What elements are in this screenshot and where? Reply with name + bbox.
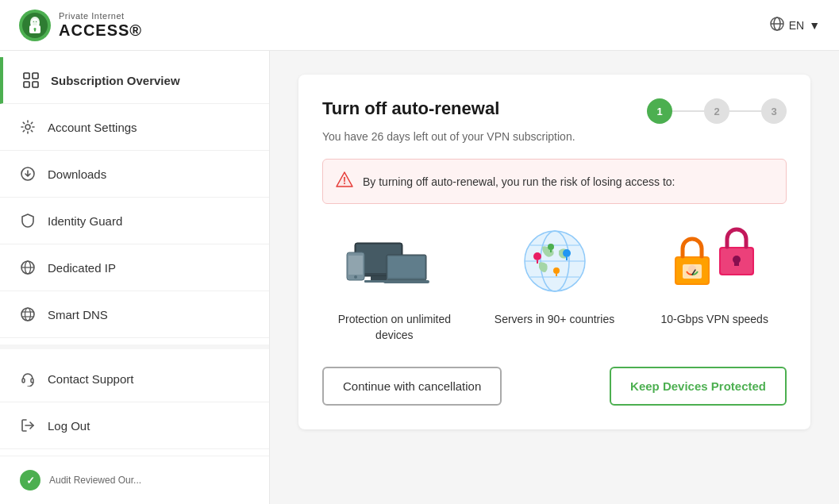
keep-protected-button[interactable]: Keep Devices Protected bbox=[610, 367, 787, 406]
card-header: Turn off auto-renewal 1 2 3 bbox=[322, 98, 787, 124]
step-indicator: 1 2 3 bbox=[647, 98, 787, 124]
sidebar-bottom: Contact Support Log Out bbox=[0, 349, 269, 456]
svg-text:✓: ✓ bbox=[26, 475, 35, 487]
cancel-button[interactable]: Continue with cancellation bbox=[322, 367, 502, 406]
svg-rect-7 bbox=[34, 29, 36, 31]
svg-text:!: ! bbox=[343, 175, 346, 187]
sidebar-label-dedicated-ip: Dedicated IP bbox=[48, 261, 116, 275]
feature-vpn-speed: 10-Gbps VPN speeds bbox=[642, 223, 787, 343]
feature-label-devices: Protection on unlimited devices bbox=[322, 312, 467, 343]
grid-icon bbox=[22, 71, 40, 89]
sidebar-label-identity: Identity Guard bbox=[48, 214, 122, 228]
sidebar-label-logout: Log Out bbox=[48, 419, 90, 433]
svg-rect-38 bbox=[348, 256, 363, 275]
sidebar-item-identity-guard[interactable]: Identity Guard bbox=[0, 198, 269, 244]
lang-selector[interactable]: EN ▼ bbox=[770, 17, 820, 33]
svg-rect-12 bbox=[33, 73, 38, 79]
sidebar-item-account-settings[interactable]: Account Settings bbox=[0, 104, 269, 151]
feature-label-speed: 10-Gbps VPN speeds bbox=[660, 312, 768, 328]
svg-point-48 bbox=[548, 244, 554, 250]
step-1: 1 bbox=[647, 98, 672, 124]
feature-servers: Servers in 90+ countries bbox=[483, 223, 627, 343]
sidebar-label-smart-dns: Smart DNS bbox=[48, 308, 108, 321]
sidebar-top: Subscription Overview Account Settings bbox=[0, 51, 269, 344]
warning-banner: ! By turning off auto-renewal, you run t… bbox=[322, 159, 787, 204]
svg-rect-14 bbox=[33, 82, 38, 87]
sidebar-label-downloads: Downloads bbox=[48, 167, 106, 181]
page-title: Turn off auto-renewal bbox=[322, 98, 499, 119]
sidebar-item-subscription-overview[interactable]: Subscription Overview bbox=[0, 57, 269, 104]
shield-icon bbox=[19, 212, 37, 229]
step-line-1 bbox=[672, 110, 704, 112]
svg-rect-56 bbox=[734, 260, 739, 266]
svg-point-47 bbox=[553, 267, 560, 274]
card-subtitle: You have 26 days left out of your VPN su… bbox=[322, 130, 787, 143]
sidebar-item-downloads[interactable]: Downloads bbox=[0, 151, 269, 198]
download-icon bbox=[19, 165, 37, 183]
svg-rect-35 bbox=[388, 256, 425, 278]
audit-icon: ✓ bbox=[19, 469, 41, 491]
svg-point-15 bbox=[25, 125, 30, 129]
devices-image bbox=[339, 223, 450, 302]
sidebar-label-account: Account Settings bbox=[48, 121, 137, 134]
feature-grid: Protection on unlimited devices bbox=[322, 223, 787, 343]
svg-rect-24 bbox=[22, 379, 25, 383]
svg-point-20 bbox=[21, 308, 34, 321]
audit-label: Audit Reviewed Our... bbox=[49, 475, 141, 486]
logo-line2: ACCESS® bbox=[59, 21, 142, 39]
lang-label: EN bbox=[789, 19, 804, 32]
svg-point-39 bbox=[354, 275, 357, 279]
globe-grid-icon bbox=[19, 306, 37, 323]
svg-point-23 bbox=[25, 308, 31, 321]
sidebar-label-subscription: Subscription Overview bbox=[51, 74, 180, 87]
step-3: 3 bbox=[761, 98, 787, 124]
feature-devices: Protection on unlimited devices bbox=[322, 223, 467, 343]
svg-rect-11 bbox=[24, 73, 29, 79]
globe-icon bbox=[770, 17, 784, 33]
globe-pin-icon bbox=[19, 259, 37, 276]
audit-section: ✓ Audit Reviewed Our... bbox=[0, 456, 269, 504]
logo-text: Private Internet ACCESS® bbox=[59, 11, 142, 38]
content-area: Turn off auto-renewal 1 2 3 You have 26 … bbox=[270, 51, 839, 504]
feature-label-servers: Servers in 90+ countries bbox=[495, 312, 614, 328]
logo-icon bbox=[19, 10, 51, 41]
sidebar-item-log-out[interactable]: Log Out bbox=[0, 402, 269, 449]
servers-image bbox=[499, 223, 610, 302]
sidebar-item-smart-dns[interactable]: Smart DNS bbox=[0, 291, 269, 338]
logo-area: Private Internet ACCESS® bbox=[19, 10, 142, 41]
logo-line1: Private Internet bbox=[59, 11, 142, 21]
svg-rect-25 bbox=[31, 379, 33, 383]
sidebar-label-support: Contact Support bbox=[48, 372, 133, 386]
step-2: 2 bbox=[704, 98, 729, 124]
headset-icon bbox=[19, 370, 37, 387]
main-card: Turn off auto-renewal 1 2 3 You have 26 … bbox=[298, 75, 810, 429]
svg-rect-32 bbox=[371, 276, 387, 280]
logout-icon bbox=[19, 417, 37, 434]
button-row: Continue with cancellation Keep Devices … bbox=[322, 367, 787, 406]
warning-text: By turning off auto-renewal, you run the… bbox=[363, 175, 675, 188]
sidebar-item-dedicated-ip[interactable]: Dedicated IP bbox=[0, 244, 269, 291]
svg-rect-36 bbox=[383, 280, 429, 283]
main-layout: Subscription Overview Account Settings bbox=[0, 51, 839, 504]
sidebar-item-contact-support[interactable]: Contact Support bbox=[0, 356, 269, 402]
svg-rect-13 bbox=[24, 82, 29, 87]
svg-point-45 bbox=[533, 252, 541, 260]
chevron-down-icon: ▼ bbox=[809, 19, 820, 32]
vpn-speed-image bbox=[659, 223, 770, 302]
gear-icon bbox=[19, 118, 37, 136]
svg-point-46 bbox=[563, 249, 571, 257]
sidebar: Subscription Overview Account Settings bbox=[0, 51, 270, 504]
step-line-2 bbox=[729, 110, 761, 112]
warning-icon: ! bbox=[336, 171, 353, 192]
header: Private Internet ACCESS® EN ▼ bbox=[0, 0, 839, 51]
svg-rect-57 bbox=[683, 264, 702, 279]
